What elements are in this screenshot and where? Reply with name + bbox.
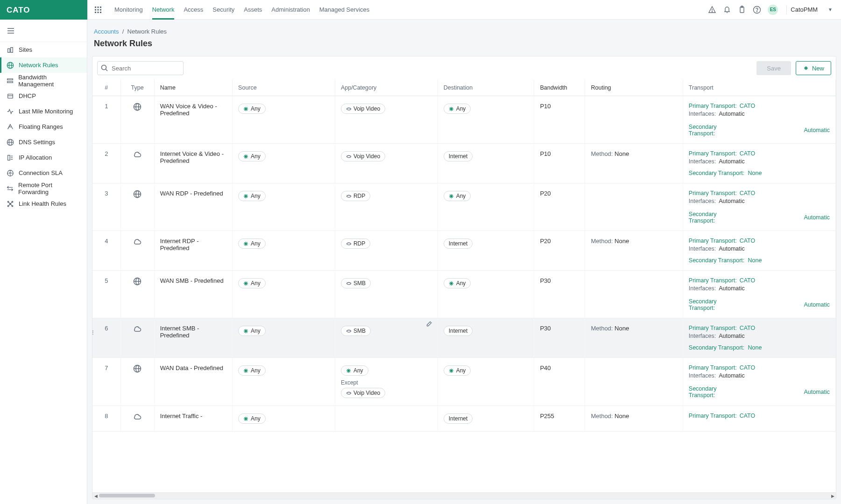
secondary-transport-value: Automatic [804,301,830,308]
leftnav-remote-port-forwarding[interactable]: Remote Port Forwarding [0,181,87,196]
category-icon [346,281,351,286]
drag-handle-icon[interactable]: ⠿ [92,329,94,336]
nav-assets[interactable]: Assets [239,0,267,20]
col-header[interactable]: App/Category [335,80,438,96]
leftnav-sites[interactable]: Sites [0,42,87,57]
rule-name: Internet Traffic - [154,406,232,432]
float-icon [7,123,14,131]
table-head: #TypeNameSourceApp/CategoryDestinationBa… [92,80,836,96]
primary-transport-value: CATO [740,277,756,284]
bandwidth-value: P10 [534,144,585,183]
secondary-transport-value: Automatic [804,389,830,395]
table-scroll[interactable]: #TypeNameSourceApp/CategoryDestinationBa… [92,80,836,492]
col-header[interactable]: Source [233,80,335,96]
col-header[interactable]: Transport [683,80,835,96]
nav-administration[interactable]: Administration [267,0,314,20]
table-row[interactable]: 8Internet Traffic -AnyInternetP255Method… [92,406,836,432]
any-icon [243,416,248,421]
bandwidth-value: P30 [534,271,585,318]
row-number: 4 [105,238,108,245]
bell-icon[interactable] [723,6,731,14]
leftnav-dhcp[interactable]: DHCP [0,88,87,104]
nav-security[interactable]: Security [208,0,239,20]
leftnav-floating-ranges[interactable]: Floating Ranges [0,119,87,134]
leftnav-link-health-rules[interactable]: Link Health Rules [0,196,87,211]
sla-icon [7,169,14,177]
leftnav-dns-settings[interactable]: DNS Settings [0,134,87,150]
interfaces-label: Interfaces: [689,158,716,165]
col-header[interactable]: Bandwidth [534,80,585,96]
scroll-right-icon[interactable]: ▶ [829,493,836,499]
rpf-icon [7,185,14,192]
col-header[interactable]: # [92,80,120,96]
rule-name: Internet Voice & Video - Predefined [154,144,232,183]
pill: Internet [444,151,473,161]
secondary-transport-label: SecondaryTransport: [689,298,717,311]
primary-transport-value: CATO [740,238,756,244]
leftnav-network-rules[interactable]: Network Rules [0,57,87,73]
col-header[interactable]: Name [154,80,232,96]
table-row[interactable]: ⠿6Internet SMB - PredefinedAnySMBInterne… [92,318,836,358]
edit-icon[interactable] [426,320,433,329]
primary-transport-value: CATO [740,364,756,371]
avatar[interactable]: ES [768,5,778,15]
caret-down-icon[interactable]: ▼ [828,7,833,12]
scroll-left-icon[interactable]: ◀ [92,493,99,499]
help-icon[interactable] [753,6,761,14]
pill-label: Any [251,328,261,334]
nav-access[interactable]: Access [179,0,208,20]
pill: Any [238,238,266,249]
col-header[interactable]: Destination [438,80,534,96]
leftnav-last-mile-monitoring[interactable]: Last Mile Monitoring [0,104,87,119]
breadcrumb: Accounts / Network Rules [87,20,841,39]
leftnav-connection-sla[interactable]: Connection SLA [0,165,87,181]
routing-method-value: None [615,413,629,420]
table-row[interactable]: 5WAN SMB - PredefinedAnySMBAnyP30Primary… [92,271,836,318]
leftnav-ip-allocation[interactable]: IP Allocation [0,150,87,165]
primary-transport-value: CATO [740,325,756,331]
table-row[interactable]: 7WAN Data - PredefinedAnyAnyExceptVoip V… [92,358,836,406]
brand-logo[interactable]: CATO [0,0,87,20]
cloud-icon [133,415,141,422]
table-row[interactable]: 1WAN Voice & Video - PredefinedAnyVoip V… [92,96,836,144]
interfaces-label: Interfaces: [689,111,716,117]
dhcp-icon [7,92,14,100]
horizontal-scrollbar[interactable]: ◀ ▶ [92,492,836,499]
leftnav-bandwidth-management[interactable]: Bandwidth Management [0,73,87,88]
routing-method-label: Method: [591,150,613,157]
breadcrumb-root[interactable]: Accounts [94,28,119,35]
search-input[interactable] [97,61,184,75]
scroll-thumb[interactable] [99,494,155,497]
pill: Any [238,326,266,336]
pill-label: RDP [353,193,365,199]
leftnav-label: Sites [19,46,32,53]
new-button[interactable]: New [796,61,831,75]
interfaces-label: Interfaces: [689,198,716,204]
routing-method-value: None [615,150,629,157]
nav-monitoring[interactable]: Monitoring [110,0,148,20]
rule-name: WAN Voice & Video - Predefined [154,96,232,144]
hamburger-icon[interactable] [7,27,15,35]
routing-method-label: Method: [591,238,613,245]
apps-icon[interactable] [94,6,102,14]
table-row[interactable]: 3WAN RDP - PredefinedAnyRDPAnyP20Primary… [92,183,836,231]
col-header[interactable]: Type [120,80,154,96]
pill-label: Any [251,193,261,199]
ipalloc-icon [7,154,14,161]
globe-icon [133,193,141,200]
nav-network[interactable]: Network [148,0,179,20]
table-row[interactable]: 4Internet RDP - PredefinedAnyRDPInternet… [92,231,836,271]
pill-label: Voip Video [353,153,380,160]
alert-icon[interactable] [708,6,716,14]
clipboard-icon[interactable] [738,6,746,14]
col-header[interactable]: Routing [585,80,683,96]
leftnav-label: DNS Settings [19,139,55,146]
secondary-transport-value: Automatic [804,214,830,221]
linkhealth-icon [7,200,14,208]
rule-name: WAN Data - Predefined [154,358,232,406]
pill: Any [444,278,471,288]
nav-managed-services[interactable]: Managed Services [315,0,375,20]
interfaces-value: Automatic [719,111,745,117]
account-switcher[interactable]: CatoPMM [786,5,821,14]
table-row[interactable]: 2Internet Voice & Video - PredefinedAnyV… [92,144,836,183]
